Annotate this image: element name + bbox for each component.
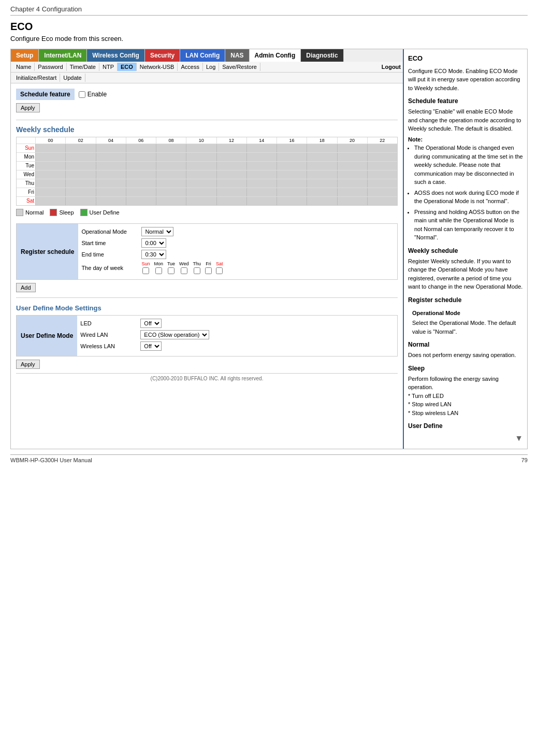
cell[interactable] (277, 179, 307, 188)
op-mode-select[interactable]: Normal (141, 227, 173, 236)
nav-lan-config[interactable]: LAN Config (180, 49, 225, 62)
cell[interactable] (186, 188, 216, 196)
cell[interactable] (65, 144, 95, 152)
cell[interactable] (156, 188, 186, 196)
cell[interactable] (156, 153, 186, 161)
cell[interactable] (96, 188, 126, 196)
cell[interactable] (96, 197, 126, 205)
nav-diagnostic[interactable]: Diagnostic (301, 49, 343, 62)
cell[interactable] (35, 179, 65, 188)
cell[interactable] (156, 144, 186, 152)
sub-nav-access[interactable]: Access (178, 63, 202, 71)
cell[interactable] (277, 144, 307, 152)
sub-nav-save-restore[interactable]: Save/Restore (219, 63, 260, 71)
cell[interactable] (246, 162, 277, 170)
cell[interactable] (126, 188, 156, 196)
cell[interactable] (367, 188, 397, 196)
sub-nav-eco[interactable]: ECO (118, 63, 137, 71)
enable-checkbox[interactable] (79, 91, 85, 98)
fri-cells[interactable] (35, 188, 397, 196)
day-mon-checkbox[interactable] (155, 267, 162, 274)
cell[interactable] (337, 179, 367, 188)
cell[interactable] (337, 162, 367, 170)
cell[interactable] (367, 179, 397, 188)
cell[interactable] (367, 170, 397, 179)
day-fri-checkbox[interactable] (205, 267, 212, 274)
cell[interactable] (186, 162, 216, 170)
cell[interactable] (35, 144, 65, 152)
cell[interactable] (307, 188, 337, 196)
sat-cells[interactable] (35, 197, 397, 205)
nav-wireless-config[interactable]: Wireless Config (87, 49, 145, 62)
sub-nav-name[interactable]: Name (13, 63, 35, 71)
cell[interactable] (186, 153, 216, 161)
thu-cells[interactable] (35, 179, 397, 188)
led-select[interactable]: Off (140, 319, 162, 328)
end-time-select[interactable]: 0:30 (141, 250, 166, 259)
cell[interactable] (367, 144, 397, 152)
logout-button[interactable]: Logout (382, 64, 401, 70)
cell[interactable] (277, 153, 307, 161)
cell[interactable] (216, 188, 246, 196)
start-time-select[interactable]: 0:00 (141, 238, 166, 248)
cell[interactable] (337, 197, 367, 205)
sun-cells[interactable] (35, 144, 397, 152)
cell[interactable] (156, 170, 186, 179)
cell[interactable] (246, 188, 277, 196)
cell[interactable] (367, 162, 397, 170)
cell[interactable] (307, 170, 337, 179)
day-sat-checkbox[interactable] (216, 267, 223, 274)
cell[interactable] (186, 144, 216, 152)
day-wed-checkbox[interactable] (181, 267, 187, 274)
tue-cells[interactable] (35, 162, 397, 170)
cell[interactable] (96, 179, 126, 188)
sub-nav-network-usb[interactable]: Network-USB (137, 63, 178, 71)
cell[interactable] (246, 144, 277, 152)
cell[interactable] (126, 170, 156, 179)
cell[interactable] (216, 179, 246, 188)
cell[interactable] (367, 197, 397, 205)
cell[interactable] (65, 162, 95, 170)
wed-cells[interactable] (35, 170, 397, 179)
sub-nav-update[interactable]: Update (60, 74, 85, 82)
cell[interactable] (337, 170, 367, 179)
apply-button-2[interactable]: Apply (16, 360, 40, 369)
cell[interactable] (35, 188, 65, 196)
sub-nav-initialize[interactable]: Initialize/Restart (13, 74, 60, 82)
cell[interactable] (337, 188, 367, 196)
cell[interactable] (186, 197, 216, 205)
cell[interactable] (96, 153, 126, 161)
cell[interactable] (126, 162, 156, 170)
sub-nav-log[interactable]: Log (203, 63, 219, 71)
cell[interactable] (156, 162, 186, 170)
sub-nav-ntp[interactable]: NTP (99, 63, 118, 71)
cell[interactable] (96, 144, 126, 152)
cell[interactable] (35, 197, 65, 205)
cell[interactable] (277, 170, 307, 179)
cell[interactable] (246, 179, 277, 188)
cell[interactable] (65, 179, 95, 188)
cell[interactable] (216, 144, 246, 152)
cell[interactable] (216, 197, 246, 205)
cell[interactable] (216, 153, 246, 161)
cell[interactable] (35, 153, 65, 161)
cell[interactable] (65, 153, 95, 161)
cell[interactable] (126, 179, 156, 188)
cell[interactable] (126, 144, 156, 152)
cell[interactable] (367, 153, 397, 161)
cell[interactable] (156, 197, 186, 205)
cell[interactable] (65, 188, 95, 196)
cell[interactable] (65, 170, 95, 179)
cell[interactable] (96, 170, 126, 179)
cell[interactable] (307, 153, 337, 161)
cell[interactable] (246, 170, 277, 179)
cell[interactable] (126, 197, 156, 205)
cell[interactable] (337, 144, 367, 152)
cell[interactable] (307, 144, 337, 152)
nav-internet-lan[interactable]: Internet/LAN (39, 49, 87, 62)
apply-button-1[interactable]: Apply (16, 103, 40, 112)
cell[interactable] (156, 179, 186, 188)
day-thu-checkbox[interactable] (194, 267, 200, 274)
cell[interactable] (246, 197, 277, 205)
nav-nas[interactable]: NAS (225, 49, 249, 62)
